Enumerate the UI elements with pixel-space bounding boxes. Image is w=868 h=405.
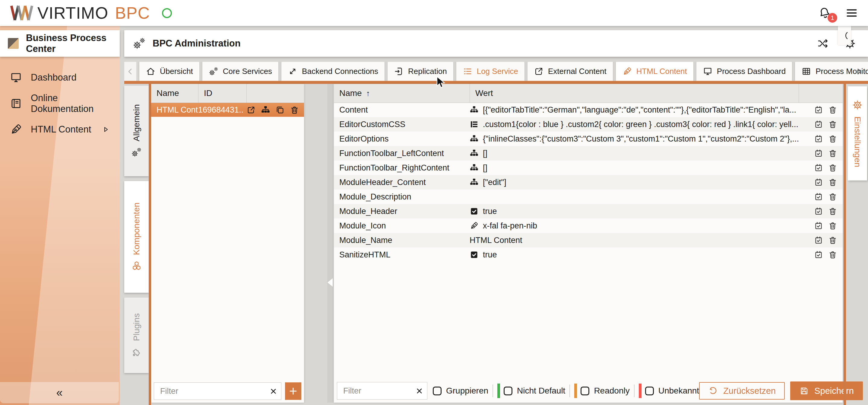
property-row-moduleheader-content[interactable]: ModuleHeader_Content ["edit"] <box>334 175 843 190</box>
property-row-sanitizehtml[interactable]: SanitizeHTML true <box>334 248 843 262</box>
sidebar-item-html-content[interactable]: HTML Content <box>0 116 120 142</box>
readonly-color-bar <box>574 383 577 398</box>
delete-icon[interactable] <box>828 250 837 259</box>
checkbox-gruppieren[interactable]: Gruppieren <box>433 386 488 396</box>
open-external-icon[interactable] <box>246 105 256 115</box>
checkbox-icon[interactable] <box>581 386 589 395</box>
tab-process-dashboard[interactable]: Process Dashboard <box>696 62 792 81</box>
clear-filter-button[interactable] <box>411 387 427 395</box>
reset-button[interactable]: Zurücksetzen <box>699 382 785 400</box>
default-value-icon[interactable] <box>814 192 823 201</box>
delete-icon[interactable] <box>828 134 837 143</box>
property-name: Module_Header <box>334 207 470 216</box>
property-row-functiontoolbar-rightcontent[interactable]: FunctionToolbar_RightContent [] <box>334 161 843 175</box>
default-value-icon[interactable] <box>814 134 823 143</box>
panel-splitter[interactable] <box>327 84 333 403</box>
copy-icon[interactable] <box>275 105 285 115</box>
undo-icon <box>708 386 718 396</box>
delete-icon[interactable] <box>828 120 837 129</box>
vtab-allgemein[interactable]: Allgemein <box>124 86 149 176</box>
add-component-button[interactable] <box>285 382 301 400</box>
tab-uebersicht[interactable]: Übersicht <box>140 62 199 81</box>
property-value: [] <box>483 149 487 158</box>
column-header-name[interactable]: Name <box>151 84 198 103</box>
default-value-icon[interactable] <box>814 149 823 158</box>
property-row-editoroptions[interactable]: EditorOptions {"inlineClasses":{"custom3… <box>334 132 843 146</box>
vtab-einstellungen[interactable]: Einstellungen <box>848 86 867 180</box>
default-value-icon[interactable] <box>814 236 823 245</box>
property-filter-input[interactable] <box>337 386 411 396</box>
column-header-id[interactable]: ID <box>198 84 246 103</box>
tab-log-service[interactable]: Log Service <box>456 62 525 81</box>
pen-nib-icon <box>470 221 478 230</box>
property-row-module-icon[interactable]: Module_Icon x-fal fa-pen-nib <box>334 219 843 233</box>
delete-icon[interactable] <box>828 221 837 230</box>
vtab-komponenten[interactable]: Komponenten <box>124 181 149 293</box>
property-row-module-name[interactable]: Module_Name HTML Content <box>334 233 843 248</box>
checkbox-unbekannt[interactable]: Unbekannt <box>645 386 699 396</box>
checkbox-icon[interactable] <box>504 386 513 395</box>
checkbox-label: Nicht Default <box>517 386 565 396</box>
tab-external-content[interactable]: External Content <box>527 62 613 81</box>
property-name: FunctionToolbar_RightContent <box>334 163 470 173</box>
default-value-icon[interactable] <box>814 221 823 230</box>
checkbox-nicht-default[interactable]: Nicht Default <box>504 386 565 396</box>
delete-icon[interactable] <box>828 236 837 245</box>
column-header-wert[interactable]: Wert <box>470 84 799 103</box>
sort-ascending-icon: ↑ <box>366 89 370 98</box>
expand-triangle-icon[interactable] <box>101 125 110 134</box>
checkbox-icon[interactable] <box>645 386 654 395</box>
list-footer <box>154 382 301 400</box>
list-filter-input[interactable] <box>154 386 266 396</box>
list-row-selected[interactable]: HTML Cont... 169684431... <box>151 103 304 117</box>
property-row-module-header[interactable]: Module_Header true <box>334 204 843 219</box>
column-header-name[interactable]: Name ↑ <box>334 84 470 103</box>
property-row-functiontoolbar-leftcontent[interactable]: FunctionToolbar_LeftContent [] <box>334 146 843 161</box>
sidebar-collapse-button[interactable]: « <box>0 382 119 403</box>
sitemap-icon[interactable] <box>261 105 270 115</box>
property-row-content[interactable]: Content [{"editorTabTitle":"German","lan… <box>334 103 843 117</box>
tab-label: Übersicht <box>160 67 193 76</box>
hamburger-icon <box>845 6 858 20</box>
tabs-scroll-right-button[interactable] <box>852 62 866 81</box>
module-header: BPC Administration <box>124 30 868 57</box>
clear-filter-button[interactable] <box>266 387 281 395</box>
default-value-icon[interactable] <box>814 250 823 259</box>
hamburger-menu-button[interactable] <box>845 6 858 20</box>
partial-circle-icon <box>841 31 850 40</box>
sidebar-item-dashboard[interactable]: Dashboard <box>0 65 120 90</box>
default-value-icon[interactable] <box>814 163 823 172</box>
delete-icon[interactable] <box>828 149 837 158</box>
shuffle-icon[interactable] <box>817 37 829 50</box>
property-name: ModuleHeader_Content <box>334 178 470 187</box>
delete-icon[interactable] <box>828 105 837 114</box>
virtimo-logo: VIRTIMO BPC <box>10 3 172 23</box>
default-value-icon[interactable] <box>814 207 823 216</box>
splitter-collapse-icon[interactable] <box>328 278 333 287</box>
trash-icon[interactable] <box>290 105 299 115</box>
tab-partial[interactable] <box>838 26 851 45</box>
property-name: SanitizeHTML <box>334 250 470 260</box>
property-row-module-description[interactable]: Module_Description <box>334 190 843 204</box>
vtab-plugins[interactable]: Plugins <box>124 297 149 373</box>
sitemap-icon <box>470 149 478 158</box>
sidebar-item-online-dokumentation[interactable]: Online Dokumentation <box>0 90 120 116</box>
property-row-editorcustomcss[interactable]: EditorCustomCSS .custom1{color : blue } … <box>334 117 843 132</box>
diagonal-arrows-icon <box>288 66 298 76</box>
delete-icon[interactable] <box>828 192 837 201</box>
delete-icon[interactable] <box>828 207 837 216</box>
default-value-icon[interactable] <box>814 120 823 129</box>
checkbox-readonly[interactable]: Readonly <box>581 386 629 396</box>
notifications-button[interactable]: 1 <box>818 6 831 20</box>
checkbox-icon[interactable] <box>433 386 441 395</box>
tab-backend-connections[interactable]: Backend Connections <box>281 62 384 81</box>
tabs-scroll-left-button[interactable] <box>124 62 136 81</box>
tab-replication[interactable]: Replication <box>388 62 453 81</box>
default-value-icon[interactable] <box>814 105 823 114</box>
delete-icon[interactable] <box>828 163 837 172</box>
delete-icon[interactable] <box>828 178 837 187</box>
save-button[interactable]: Speichern <box>790 381 863 400</box>
default-value-icon[interactable] <box>814 178 823 187</box>
tab-core-services[interactable]: Core Services <box>203 62 278 81</box>
tab-html-content[interactable]: HTML Content <box>616 62 693 81</box>
